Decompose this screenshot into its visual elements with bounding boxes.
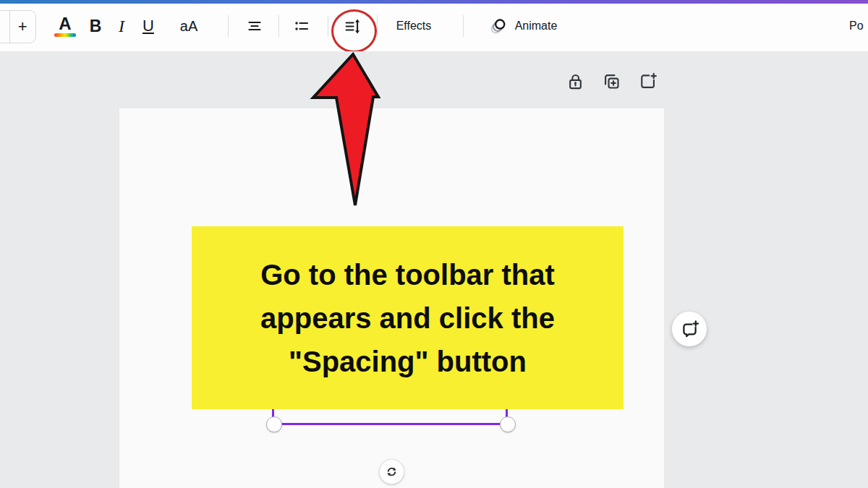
- bold-icon: B: [90, 17, 102, 36]
- resize-handle-right[interactable]: [500, 416, 516, 432]
- add-comment-button[interactable]: [672, 312, 707, 346]
- toolbar-divider: [463, 15, 464, 37]
- text-format-toolbar: + A B I U aA: [0, 4, 868, 52]
- spacing-button[interactable]: [338, 12, 367, 40]
- animate-label: Animate: [515, 20, 558, 33]
- alignment-button[interactable]: [240, 12, 269, 40]
- text-line: appears and click the: [192, 296, 624, 340]
- rainbow-bar-icon: [54, 33, 76, 37]
- toolbar-divider: [228, 15, 229, 37]
- add-page-icon: [638, 72, 658, 91]
- resize-handle-left[interactable]: [266, 416, 282, 432]
- underline-button[interactable]: U: [135, 12, 162, 40]
- position-label: Po: [849, 20, 864, 33]
- animate-button[interactable]: Animate: [476, 12, 570, 40]
- center-align-icon: [246, 17, 263, 35]
- add-comment-icon: [680, 320, 699, 339]
- list-button[interactable]: [289, 12, 315, 40]
- font-size-increase-button[interactable]: +: [9, 11, 35, 43]
- text-element[interactable]: Go to the toolbar that appears and click…: [192, 226, 624, 409]
- toolbar-divider: [328, 15, 328, 37]
- bold-button[interactable]: B: [81, 12, 110, 40]
- toolbar-divider: [377, 15, 378, 37]
- effects-button[interactable]: Effects: [387, 12, 441, 40]
- text-case-button[interactable]: aA: [171, 12, 207, 40]
- add-page-button[interactable]: [635, 69, 660, 93]
- text-color-button[interactable]: A: [49, 12, 81, 40]
- position-button[interactable]: Po: [846, 12, 868, 40]
- italic-button[interactable]: I: [109, 12, 135, 40]
- lock-button[interactable]: [563, 69, 587, 93]
- text-line: "Spacing" button: [192, 340, 624, 383]
- italic-icon: I: [119, 17, 124, 36]
- spacing-icon: [344, 17, 362, 35]
- font-size-stepper: +: [0, 10, 36, 43]
- underline-icon: U: [142, 17, 154, 35]
- selection-bottom-edge: [273, 423, 507, 425]
- text-line: Go to the toolbar that: [192, 253, 624, 296]
- duplicate-icon: [602, 72, 621, 91]
- rotate-icon: [385, 465, 399, 479]
- text-case-icon: aA: [180, 18, 197, 35]
- font-size-field[interactable]: [0, 11, 9, 43]
- animate-icon: [489, 17, 509, 36]
- text-color-icon: A: [59, 15, 71, 33]
- rotate-handle[interactable]: [379, 459, 404, 484]
- canvas-area: Go to the toolbar that appears and click…: [0, 51, 868, 488]
- lock-open-icon: [566, 72, 585, 91]
- duplicate-button[interactable]: [599, 69, 624, 93]
- toolbar-divider: [278, 15, 279, 37]
- bullet-list-icon: [293, 17, 310, 35]
- effects-label: Effects: [396, 20, 432, 33]
- design-page[interactable]: Go to the toolbar that appears and click…: [119, 108, 664, 488]
